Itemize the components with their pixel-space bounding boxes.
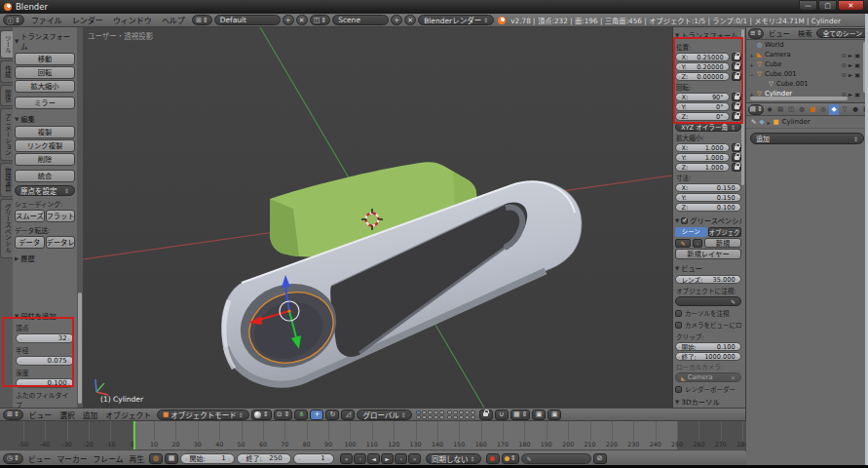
render-engine-selector[interactable]: Blenderレンダー⇕ [418,15,494,25]
tool-button[interactable]: 複製 [15,126,75,138]
cursor-select-icon[interactable]: ► [849,61,853,68]
transform-orientation-dropdown[interactable]: グローバル⇕ [357,410,411,420]
render-restrict-icon[interactable]: ▣ [854,61,860,68]
properties-tab-icon[interactable]: ◎ [818,104,828,115]
number-field[interactable]: ‹Z:0.00000› [675,72,730,81]
playback-button[interactable]: ◄ [367,453,380,464]
expander-icon[interactable]: − [748,71,755,78]
number-field[interactable]: ‹Y:1.000› [675,153,730,162]
n-panel-scrollbar[interactable] [741,29,744,185]
operator-panel-header[interactable]: ▼円柱を追加 [15,311,75,321]
number-field[interactable]: ‹0.100› [16,378,74,388]
maximize-button[interactable]: ▢ [818,0,837,11]
mode-dropdown[interactable]: ■オブジェクトモード⇕ [157,410,249,420]
panel-header-grease-pencil[interactable]: ▼グリースペンシルレイ [675,215,741,225]
pin-icon[interactable]: ✎ [751,118,756,126]
render-restrict-icon[interactable]: ▣ [854,91,860,98]
viewport-shading-dropdown[interactable]: ⇕ [251,410,272,420]
render-restrict-icon[interactable]: ▣ [854,52,860,58]
screen-layout-selector[interactable]: Default [214,15,281,25]
properties-tab-icon[interactable]: ◍ [797,104,807,115]
outliner-search-menu[interactable]: 検索 [795,28,815,38]
tool-button[interactable]: 移動 [15,53,75,65]
object-name[interactable]: Camera [765,51,791,58]
panel-header-3d-cursor[interactable]: ▼3Dカーソル [675,397,741,407]
screen-layout-icon[interactable]: ⊞⇕ [192,15,212,25]
outliner-scope-dropdown[interactable]: 全てのシーン⇕ [816,28,868,38]
local-camera-field[interactable]: ◣Camera✕ [675,372,741,382]
tool-button[interactable]: 拡大縮小 [15,80,75,93]
viewport-menu-item[interactable]: 追加 [79,410,102,420]
draw-mode-icon[interactable]: ✎ [675,239,691,248]
outliner-row[interactable]: − ▽ Cube.001 ⊙ ► ▣ [746,69,868,79]
lock-icon[interactable] [732,143,741,152]
properties-tab-icon[interactable]: ◆ [829,104,839,115]
tool-shelf-tab[interactable]: グリースペンシル [0,199,13,257]
number-field[interactable]: ‹Y:0.20000› [675,62,730,71]
playback-button[interactable]: ‹ [354,453,366,464]
panel-header-edit[interactable]: ▼編集 [15,114,75,124]
timeline-menu-item[interactable]: 再生 [127,453,148,464]
properties-tab-icon[interactable]: ■ [808,104,817,115]
current-frame-field[interactable]: ‹1› [293,453,334,464]
lock-icon[interactable] [732,93,741,101]
eyedropper-icon[interactable]: ✎ [731,298,736,305]
join-button[interactable]: 統合 [15,170,75,182]
timeline-menu-item[interactable]: フレーム [91,453,127,464]
editor-type-properties-icon[interactable]: ▤⇕ [748,104,764,115]
outliner-view-menu[interactable]: ビュー [766,28,793,38]
expander-icon[interactable]: + [748,61,755,68]
current-frame-marker[interactable] [133,421,135,449]
editor-type-timeline-icon[interactable]: ◷⇕ [3,453,23,464]
opengl-render-icon[interactable]: ▣ [532,410,546,420]
rotation-mode-dropdown[interactable]: XYZ オイラー角⇕ [675,122,741,132]
keying-set-field[interactable]: ✎ [521,453,591,464]
topbar-menu-item[interactable]: レンダー [67,15,108,25]
end-frame-field[interactable]: ‹終了:250› [237,453,291,464]
manipulator-axis-icon[interactable]: ⋔ [294,410,308,420]
layers-widget[interactable] [416,410,475,419]
viewport-menu-item[interactable]: オブジェクト [101,410,155,420]
gp-new-layer-button[interactable]: 新規レイヤー [675,249,741,259]
gp-scene-button[interactable]: シーン [675,227,707,237]
outliner-row[interactable]: + ▽ Cube ⊙ ► ▣ [746,59,868,69]
lock-icon[interactable] [732,62,741,71]
scene-add-button[interactable]: + [391,15,402,25]
timeline-menu-item[interactable]: マーカー [54,453,90,464]
viewport-menu-item[interactable]: ビュー [25,410,56,420]
frame-dropdown-icon[interactable]: ▦ [165,453,178,464]
expander-icon[interactable]: + [748,52,755,58]
number-field[interactable]: ‹Y:0.150› [675,193,741,202]
tool-button[interactable]: リンク複製 [15,139,75,152]
number-field[interactable]: ‹Z:0.100› [675,203,741,212]
tool-button[interactable]: 回転 [15,66,75,79]
object-name[interactable]: Cube [765,60,782,68]
number-field[interactable]: ‹Y:0°› [675,102,730,111]
panel-header-view[interactable]: ▼ビュー [675,263,741,273]
eye-icon[interactable]: ⊙ [842,52,847,58]
scale-manipulator-icon[interactable]: ◿ [341,410,355,420]
number-field[interactable]: ‹X:90°› [675,93,730,101]
gp-object-button[interactable]: オブジェクト [708,227,742,237]
number-field[interactable]: ‹X:0.150› [675,183,741,192]
object-name[interactable]: Cube.001 [765,70,797,78]
minimize-button[interactable]: — [799,0,817,11]
properties-tab-icon[interactable]: ▽ [840,104,849,115]
scene-icon[interactable]: ◫⇕ [310,15,331,25]
outliner-row[interactable]: ◍ World ⊙ ► ▣ [746,40,868,50]
lock-camera-checkbox[interactable] [675,322,682,329]
render-border-checkbox[interactable] [675,386,682,393]
panel-header-history[interactable]: ▶履歴 [15,254,75,263]
cursor-select-icon[interactable]: ► [849,91,853,98]
topbar-menu-item[interactable]: ウィンドウ [108,15,157,25]
editor-type-3dview-icon[interactable]: ⊞⇕ [3,410,23,420]
scene-delete-button[interactable]: ✕ [404,15,416,25]
add-modifier-dropdown[interactable]: 追加⇕ [750,133,864,144]
properties-tab-icon[interactable]: ◫ [786,104,796,115]
sync-dropdown[interactable]: 同期しない⇕ [426,453,481,464]
close-button[interactable]: ✕ [838,0,864,11]
tool-shelf-tab[interactable]: アニメーション [0,108,13,161]
playback-button[interactable]: › [395,453,407,464]
rotate-manipulator-icon[interactable]: ↻ [325,410,339,420]
topbar-menu-item[interactable]: ヘルプ [157,15,190,25]
